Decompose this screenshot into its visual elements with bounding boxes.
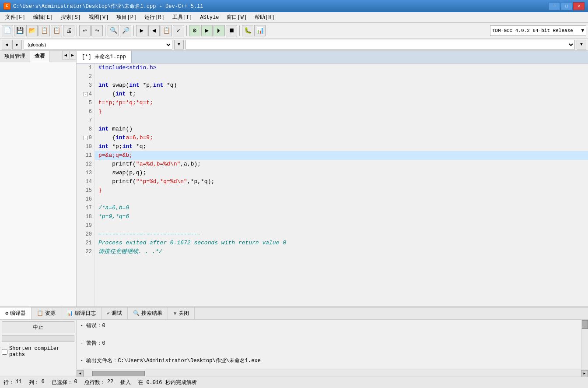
menu-astyle[interactable]: AStyle [196, 14, 222, 21]
code-content[interactable]: #include<stdio.h> int swap(int *p,int *q… [95, 63, 588, 307]
col-label: 列： [29, 379, 39, 386]
save-all-btn[interactable]: 📋 [38, 25, 50, 36]
compile-btn[interactable]: ⚙ [189, 25, 200, 36]
code-line-2 [95, 72, 588, 81]
menu-project[interactable]: 项目[P] [113, 13, 140, 22]
scope-back-btn[interactable]: ◀ [2, 40, 11, 49]
profile-btn[interactable]: 📊 [254, 25, 266, 36]
debug-icon: ✓ [107, 310, 110, 317]
replace-btn[interactable]: 🔎 [120, 25, 131, 36]
h-scroll-track[interactable] [84, 370, 581, 377]
resources-tab-icon: 📋 [37, 310, 43, 317]
bottom-tab-search[interactable]: 🔍 搜索结果 [128, 307, 168, 319]
sep2 [105, 25, 105, 36]
minimize-button[interactable]: ─ [549, 2, 560, 10]
file-dropdown-arrow[interactable]: ▼ [577, 40, 586, 49]
open-btn[interactable]: 📂 [26, 25, 38, 36]
bottom-tab-compiler[interactable]: ⚙ 编译器 [0, 307, 32, 319]
unindent-btn[interactable]: ◀ [148, 25, 160, 36]
new-file-btn[interactable]: 📄 [2, 25, 13, 36]
menu-tools[interactable]: 工具[T] [169, 13, 196, 22]
menu-edit[interactable]: 编辑[E] [30, 13, 57, 22]
h-scroll-thumb[interactable] [92, 371, 145, 376]
sidebar-tab-project[interactable]: 项目管理 [0, 51, 30, 62]
debug-btn[interactable]: 🐛 [242, 25, 253, 36]
code-line-20: ------------------------------ [95, 230, 588, 239]
sidebar-tab-view[interactable]: 查看 [30, 51, 50, 62]
bottom-tab-compile-log[interactable]: 📊 编译日志 [61, 307, 102, 319]
bottom-tabs: ⚙ 编译器 📋 资源 📊 编译日志 ✓ 调试 🔍 搜索结果 [0, 307, 588, 320]
editor-right: [*] 未命名1.cpp 1 2 3 -4 5 6 7 [77, 51, 588, 307]
compiler-dropdown[interactable]: TDM-GCC 4.9.2 64-bit Release ▼ [490, 25, 586, 36]
indent-btn[interactable]: ▶ [136, 25, 147, 36]
menu-view[interactable]: 视图[V] [85, 13, 112, 22]
status-insert: 插入 [120, 379, 131, 386]
row-value: 11 [16, 379, 22, 386]
ln-5: 5 [77, 99, 94, 107]
h-scroll-left[interactable]: ◀ [77, 370, 84, 377]
main-toolbar: 📄 💾 📂 📋 📋 🖨 ↩ ↪ 🔍 🔎 ▶ ◀ 📋 ✓ ⚙ ▶ ⏵ ⏹ 🐛 📊 … [0, 23, 588, 39]
search-icon: 🔍 [133, 310, 140, 317]
scope-fwd-btn[interactable]: ▶ [12, 40, 22, 49]
ln-8: 8 [77, 125, 94, 134]
code-line-5: t=*p;*p=*q;*q=t; [95, 99, 588, 107]
find-btn[interactable]: 🔍 [108, 25, 119, 36]
save-btn[interactable]: 💾 [14, 25, 25, 36]
maximize-button[interactable]: □ [561, 2, 572, 10]
code-line-13: swap(p,q); [95, 169, 588, 177]
stop-button[interactable]: 中止 [2, 321, 74, 333]
code-line-1: #include<stdio.h> [95, 63, 588, 72]
log-scrollbar[interactable] [581, 320, 588, 370]
fold-4[interactable]: - [84, 92, 88, 96]
scope-dropdown[interactable]: (globals) [24, 40, 172, 49]
log-scrollbar-thumb[interactable] [582, 320, 588, 329]
shorten-paths-checkbox[interactable] [2, 349, 7, 355]
sidebar: 项目管理 查看 ◀ ▶ [0, 51, 77, 307]
stop-run-btn[interactable]: ⏹ [226, 25, 237, 36]
undo-btn[interactable]: ↩ [79, 25, 91, 36]
redo-btn[interactable]: ↪ [91, 25, 103, 36]
toggle-comment-btn[interactable]: 📋 [161, 25, 172, 36]
bottom-tab-close[interactable]: ✕ 关闭 [168, 307, 194, 319]
log-h-scrollbar[interactable]: ◀ ▶ [77, 370, 588, 377]
compiler-dropdown-arrow: ▼ [581, 28, 584, 33]
syntax-check-btn[interactable]: ✓ [173, 25, 184, 36]
shorten-paths-label: Shorten compiler paths [9, 346, 74, 358]
close-button[interactable]: ✕ [573, 2, 584, 10]
editor-scroll-area[interactable]: 1 2 3 -4 5 6 7 8 -9 10 11 12 13 [77, 63, 588, 307]
code-container: 1 2 3 -4 5 6 7 8 -9 10 11 12 13 [77, 63, 588, 307]
compile-run-btn[interactable]: ⏵ [214, 25, 225, 36]
fold-9[interactable]: - [84, 136, 88, 140]
menu-window[interactable]: 窗口[W] [223, 13, 250, 22]
ln-20: 20 [77, 230, 94, 239]
scope-toolbar: ◀ ▶ (globals) ▼ ▼ [0, 39, 588, 51]
code-line-16 [95, 195, 588, 204]
ln-19: 19 [77, 221, 94, 230]
compiler-tab-icon: ⚙ [5, 310, 8, 317]
compiler-log[interactable]: - 错误：0 - 警告：0 - 输出文件名：C:\Users\Administr… [77, 320, 581, 370]
ln-14: 14 [77, 177, 94, 186]
sidebar-next-btn[interactable]: ▶ [69, 51, 76, 60]
close-file-btn[interactable]: 📋 [51, 25, 62, 36]
bottom-tab-resources[interactable]: 📋 资源 [32, 307, 61, 319]
bottom-tab-debug[interactable]: ✓ 调试 [102, 307, 128, 319]
ln-12: 12 [77, 160, 94, 169]
menu-search[interactable]: 搜索[S] [57, 13, 84, 22]
sidebar-prev-btn[interactable]: ◀ [62, 51, 69, 60]
file-dropdown[interactable] [186, 40, 575, 49]
run-btn[interactable]: ▶ [201, 25, 213, 36]
menu-help[interactable]: 帮助[H] [251, 13, 278, 22]
h-scroll-right[interactable]: ▶ [581, 370, 588, 377]
code-line-3: int swap(int *p,int *q) [95, 81, 588, 90]
print-btn[interactable]: 🖨 [63, 25, 74, 36]
scope-dropdown-arrow[interactable]: ▼ [174, 40, 184, 49]
menu-run[interactable]: 运行[R] [141, 13, 168, 22]
editor-tab-file1[interactable]: [*] 未命名1.cpp [77, 51, 132, 63]
progress-bar [2, 335, 74, 342]
debug-label: 调试 [112, 310, 122, 317]
sep5 [239, 25, 240, 36]
code-line-10: int *p;int *q; [95, 142, 588, 151]
sidebar-tabs: 项目管理 查看 ◀ ▶ [0, 51, 76, 62]
compile-log-label: 编译日志 [75, 310, 96, 317]
menu-file[interactable]: 文件[F] [2, 13, 29, 22]
